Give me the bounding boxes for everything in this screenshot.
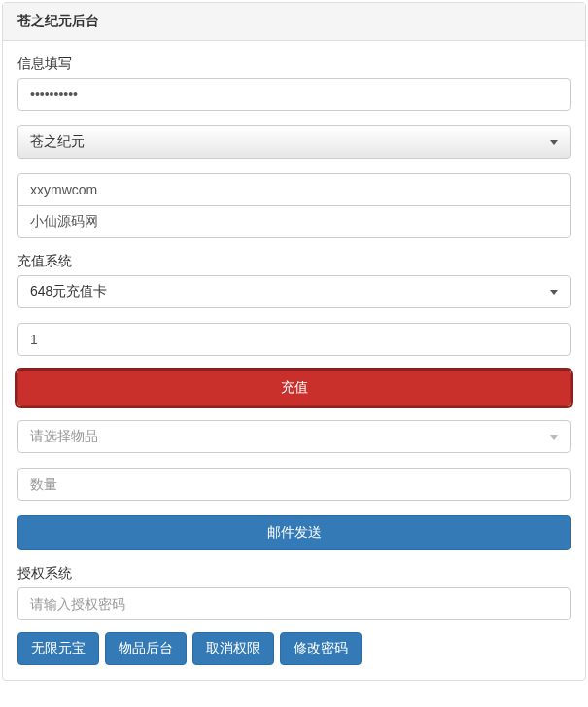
change-password-button[interactable]: 修改密码 — [280, 632, 362, 665]
password-input[interactable] — [17, 78, 571, 111]
chevron-down-icon — [550, 435, 558, 440]
recharge-label: 充值系统 — [17, 253, 571, 270]
chevron-down-icon — [550, 290, 558, 295]
send-mail-button[interactable]: 邮件发送 — [17, 515, 571, 550]
admin-panel: 苍之纪元后台 信息填写 苍之纪元 充值系统 648元充值卡 充 — [2, 2, 586, 681]
card-select-value: 648元充值卡 — [30, 283, 107, 300]
amount-input[interactable] — [17, 323, 571, 356]
auth-password-input[interactable] — [17, 587, 571, 620]
chevron-down-icon — [550, 140, 558, 145]
item-admin-button[interactable]: 物品后台 — [105, 632, 187, 665]
recharge-button[interactable]: 充值 — [17, 371, 571, 406]
auth-label: 授权系统 — [17, 565, 571, 583]
revoke-auth-button[interactable]: 取消权限 — [192, 632, 274, 665]
item-select[interactable]: 请选择物品 — [17, 420, 571, 453]
game-select[interactable]: 苍之纪元 — [17, 125, 571, 159]
card-select[interactable]: 648元充值卡 — [17, 275, 571, 308]
quantity-input[interactable] — [17, 468, 571, 501]
item-select-placeholder: 请选择物品 — [30, 428, 98, 445]
nickname-field[interactable] — [17, 205, 571, 238]
panel-title: 苍之纪元后台 — [3, 3, 585, 41]
panel-body: 信息填写 苍之纪元 充值系统 648元充值卡 充值 — [3, 41, 585, 680]
auth-button-row: 无限元宝 物品后台 取消权限 修改密码 — [17, 632, 571, 665]
game-select-value: 苍之纪元 — [30, 133, 85, 151]
info-label: 信息填写 — [17, 55, 571, 73]
unlimited-gold-button[interactable]: 无限元宝 — [17, 632, 99, 665]
account-field[interactable] — [17, 173, 571, 206]
